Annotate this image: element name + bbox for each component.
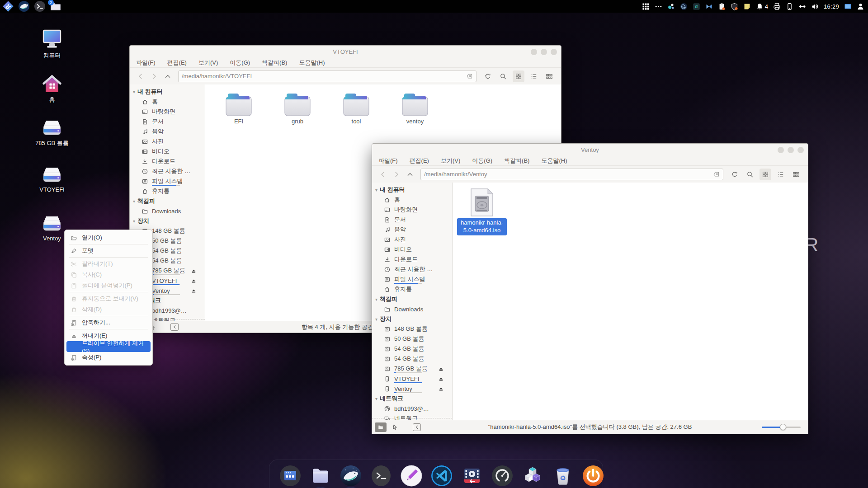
- desktop-icon-홈[interactable]: 홈: [26, 73, 78, 104]
- context-menu-item-압축하기...[interactable]: 압축하기...: [66, 317, 151, 328]
- sidebar-item-Ventoy[interactable]: Ventoy: [372, 384, 452, 394]
- folder-item-grub[interactable]: grub: [283, 91, 312, 125]
- whale-browser-icon[interactable]: [18, 0, 30, 12]
- compact-view-button[interactable]: [790, 169, 802, 180]
- menu-item[interactable]: 도움말(H): [299, 59, 325, 67]
- icon-view-button[interactable]: [513, 70, 524, 82]
- dock-system-monitor[interactable]: [491, 465, 514, 487]
- tray-display-icon[interactable]: [844, 2, 852, 11]
- tray-storage-device-icon[interactable]: [786, 2, 793, 11]
- tray-clipboard-icon[interactable]: [718, 2, 726, 11]
- dock-power[interactable]: [582, 465, 604, 487]
- sidebar-item-최근 사용한 …[interactable]: 최근 사용한 …: [130, 166, 205, 176]
- sidebar-section-책갈피[interactable]: ▾책갈피: [130, 196, 205, 206]
- sidebar-item-최근 사용한 …[interactable]: 최근 사용한 …: [372, 264, 452, 274]
- file-view[interactable]: hamonikr-hanla-5.0-amd64.iso: [453, 183, 808, 420]
- sidebar-item-54 GB 볼륨[interactable]: 54 GB 볼륨: [372, 354, 452, 364]
- sidebar-section-책갈피[interactable]: ▾책갈피: [372, 294, 452, 304]
- titlebar[interactable]: VTOYEFI: [130, 46, 561, 58]
- icon-view-button[interactable]: [760, 169, 771, 180]
- reload-button[interactable]: [482, 70, 494, 82]
- context-menu-item-드라이브 안전하게 제거(S)[interactable]: 드라이브 안전하게 제거(S): [66, 341, 151, 352]
- folder-item-ventoy[interactable]: ventoy: [401, 91, 429, 125]
- titlebar[interactable]: Ventoy: [372, 144, 808, 156]
- sidebar-item-파일 시스템[interactable]: 파일 시스템: [372, 274, 452, 284]
- menu-item[interactable]: 책갈피(B): [262, 59, 287, 67]
- zoom-slider-thumb[interactable]: [780, 424, 786, 430]
- sidebar-item-음악[interactable]: 음악: [372, 225, 452, 235]
- tray-alpha-app-icon[interactable]: α: [693, 2, 700, 11]
- forward-button[interactable]: [149, 71, 159, 81]
- sidebar-item-VTOYEFI[interactable]: VTOYEFI: [372, 374, 452, 384]
- close-button[interactable]: [551, 49, 557, 55]
- dock-text-editor[interactable]: [400, 465, 423, 487]
- tray-io-arrows-icon[interactable]: [798, 2, 806, 11]
- maximize-button[interactable]: [541, 49, 547, 55]
- sidebar-item-비디오[interactable]: 비디오: [372, 244, 452, 254]
- dock-video-player[interactable]: [461, 465, 483, 487]
- dock-app-launcher[interactable]: [279, 465, 302, 487]
- compact-view-button[interactable]: [543, 70, 555, 82]
- maximize-button[interactable]: [788, 147, 794, 153]
- tray-butterfly-app-icon[interactable]: [705, 2, 713, 11]
- dock-vscode[interactable]: [430, 465, 453, 487]
- tray-apps-grid-icon[interactable]: [642, 2, 650, 11]
- sidebar-item-Downloads[interactable]: Downloads: [130, 206, 205, 216]
- eject-icon[interactable]: [438, 375, 444, 381]
- eject-icon[interactable]: [191, 267, 197, 273]
- tray-sticky-note-icon[interactable]: [743, 2, 751, 11]
- sidebar-item-다운로드[interactable]: 다운로드: [372, 254, 452, 264]
- menu-item[interactable]: 도움말(H): [541, 157, 567, 165]
- menu-item[interactable]: 편집(E): [410, 157, 429, 165]
- close-button[interactable]: [797, 147, 804, 153]
- list-view-button[interactable]: [775, 169, 787, 180]
- sidebar-item-다운로드[interactable]: 다운로드: [130, 156, 205, 166]
- back-button[interactable]: [378, 169, 388, 179]
- menu-item[interactable]: 보기(V): [441, 157, 460, 165]
- sidebar-item-문서[interactable]: 문서: [130, 117, 205, 127]
- sidebar-item-바탕화면[interactable]: 바탕화면: [372, 205, 452, 215]
- sidebar-item-785 GB 볼륨[interactable]: 785 GB 볼륨: [372, 364, 452, 374]
- desktop-icon-컴퓨터[interactable]: 컴퓨터: [26, 29, 78, 60]
- sidebar-item-사진[interactable]: 사진: [372, 235, 452, 244]
- folder-item-EFI[interactable]: EFI: [224, 91, 253, 125]
- sidebar-item-음악[interactable]: 음악: [130, 127, 205, 136]
- tray-volume-icon[interactable]: [811, 2, 819, 11]
- sidebar-section-내 컴퓨터[interactable]: ▾내 컴퓨터: [372, 185, 452, 195]
- tray-vortex-icon[interactable]: [680, 2, 688, 11]
- search-button[interactable]: [744, 169, 756, 180]
- list-view-button[interactable]: [528, 70, 540, 82]
- path-input[interactable]: [182, 73, 466, 80]
- sidebar-item-휴지통[interactable]: 휴지통: [372, 284, 452, 294]
- menu-item[interactable]: 이동(G): [230, 59, 250, 67]
- sidebar-item-홈[interactable]: 홈: [372, 195, 452, 205]
- eject-icon[interactable]: [191, 277, 197, 283]
- dock-trash-bin[interactable]: ♻: [552, 465, 574, 487]
- dock-package-manager[interactable]: [521, 465, 544, 487]
- tray-bell-icon[interactable]: [756, 2, 764, 11]
- sidebar-item-50 GB 볼륨[interactable]: 50 GB 볼륨: [372, 334, 452, 344]
- sidebar-item-휴지통[interactable]: 휴지통: [130, 186, 205, 196]
- menu-item[interactable]: 보기(V): [198, 59, 218, 67]
- sidebar-item-bdh1993@…[interactable]: bdh1993@…: [372, 404, 452, 413]
- menu-item[interactable]: 편집(E): [167, 59, 187, 67]
- file-manager-icon[interactable]: 2: [50, 0, 61, 12]
- up-button[interactable]: [163, 71, 173, 81]
- reload-button[interactable]: [729, 169, 741, 180]
- tray-shield-icon[interactable]: [731, 2, 738, 11]
- sidebar-item-네트워크[interactable]: 네트워크: [372, 413, 452, 420]
- menu-item[interactable]: 파일(F): [378, 157, 398, 165]
- iso-file-item[interactable]: hamonikr-hanla-5.0-amd64.iso: [457, 188, 507, 235]
- context-menu-item-열기(O)[interactable]: 열기(O): [66, 232, 151, 243]
- tray-printer-icon[interactable]: [773, 2, 781, 11]
- tray-overflow-dots-icon[interactable]: [655, 2, 662, 11]
- minimize-button[interactable]: [531, 49, 537, 55]
- sidebar-section-장치[interactable]: ▾장치: [372, 314, 452, 324]
- dock-terminal[interactable]: [370, 465, 392, 487]
- path-field[interactable]: [178, 70, 476, 82]
- dock-whale-browser[interactable]: [340, 465, 362, 487]
- sidebar-section-내 컴퓨터[interactable]: ▾내 컴퓨터: [130, 87, 205, 97]
- menu-item[interactable]: 파일(F): [136, 59, 156, 67]
- desktop-icon-785 GB 볼륨[interactable]: 785 GB 볼륨: [26, 119, 78, 147]
- dock-file-manager[interactable]: [309, 465, 332, 487]
